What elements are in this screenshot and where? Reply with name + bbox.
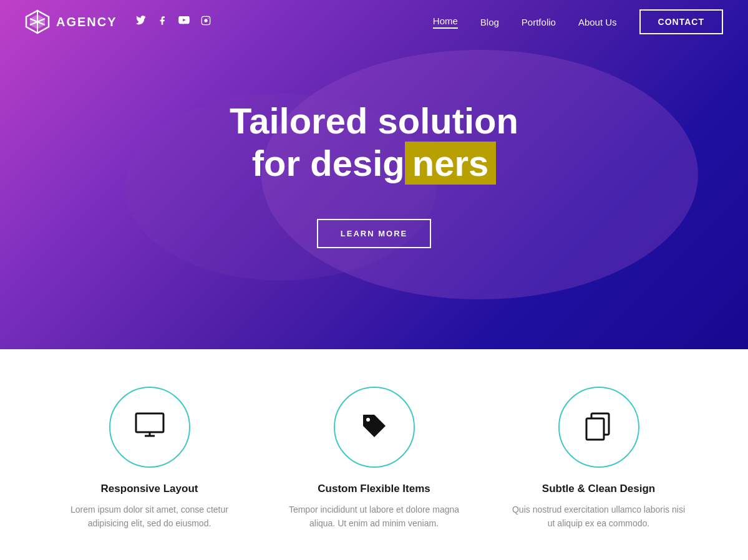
contact-button[interactable]: CONTACT <box>639 9 723 34</box>
logo-text: AGENCY <box>56 15 117 29</box>
hero-title-line1: Tailored solution <box>230 101 518 141</box>
monitor-icon <box>134 411 166 443</box>
feature-icon-circle-3 <box>558 387 639 468</box>
feature-title-2: Custom Flexible Items <box>318 483 430 495</box>
svg-rect-7 <box>136 413 163 432</box>
logo-area: AGENCY <box>25 9 211 34</box>
learn-more-button[interactable]: LEARN MORE <box>317 219 431 248</box>
hero-content: Tailored solution for designers LEARN MO… <box>230 101 518 249</box>
nav-home[interactable]: Home <box>433 16 458 29</box>
tag-icon <box>359 411 389 443</box>
feature-icon-circle-2 <box>334 387 415 468</box>
feature-title-1: Responsive Layout <box>101 483 198 495</box>
svg-rect-12 <box>586 418 604 440</box>
facebook-icon[interactable] <box>157 16 167 28</box>
logo-icon <box>25 9 50 34</box>
nav-blog[interactable]: Blog <box>480 17 499 27</box>
instagram-icon[interactable] <box>201 16 211 28</box>
hero-section: Tailored solution for designers LEARN MO… <box>0 0 748 349</box>
hero-title-plain: for desig <box>252 143 405 183</box>
feature-clean: Subtle & Clean Design Quis nostrud exerc… <box>512 387 686 531</box>
svg-point-10 <box>366 418 370 422</box>
hero-title-line2: for designers <box>230 143 518 183</box>
feature-icon-circle-1 <box>109 387 190 468</box>
copy-icon <box>583 410 615 445</box>
feature-responsive: Responsive Layout Lorem ipsum dolor sit … <box>62 387 237 531</box>
features-section: Responsive Layout Lorem ipsum dolor sit … <box>0 349 748 560</box>
header: AGENCY Home Blog Portfolio About Us CONT… <box>0 0 748 44</box>
feature-desc-1: Lorem ipsum dolor sit amet, conse ctetur… <box>62 503 237 531</box>
feature-flexible: Custom Flexible Items Tempor incididunt … <box>287 387 462 531</box>
main-nav: Home Blog Portfolio About Us CONTACT <box>433 9 723 34</box>
feature-desc-2: Tempor incididunt ut labore et dolore ma… <box>287 503 462 531</box>
feature-desc-3: Quis nostrud exercitation ullamco labori… <box>512 503 686 531</box>
hero-title-highlight: ners <box>405 142 497 185</box>
nav-about[interactable]: About Us <box>578 17 617 27</box>
feature-title-3: Subtle & Clean Design <box>542 483 655 495</box>
social-icons <box>136 16 211 28</box>
youtube-icon[interactable] <box>178 16 190 27</box>
twitter-icon[interactable] <box>136 16 146 28</box>
nav-portfolio[interactable]: Portfolio <box>522 17 556 27</box>
